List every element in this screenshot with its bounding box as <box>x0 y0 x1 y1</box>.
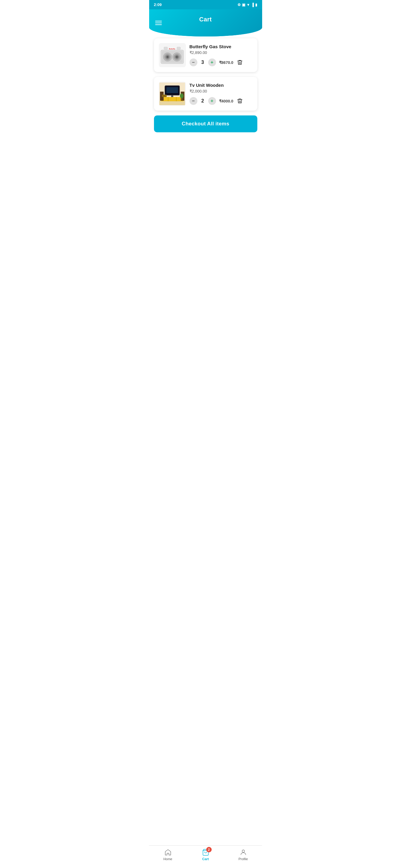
quantity-row-tv-unit: − 2 + ₹4000.0 <box>190 97 253 105</box>
item-total-gas-stove: ₹8670.0 <box>219 60 233 65</box>
signal-icon: ▐ <box>251 3 254 7</box>
svg-rect-14 <box>159 101 185 105</box>
qty-value-tv-unit: 2 <box>200 98 205 104</box>
home-icon <box>164 849 171 856</box>
nav-profile[interactable]: Profile <box>234 849 252 861</box>
delete-gas-stove[interactable] <box>236 59 244 66</box>
menu-bar-3 <box>155 24 162 25</box>
qty-value-gas-stove: 3 <box>200 60 205 65</box>
product-image-tv-unit <box>159 82 186 106</box>
cart-icon-wrap: 2 <box>202 849 209 856</box>
profile-icon <box>240 849 247 856</box>
cart-item-gas-stove: Butterfly Butterfly Gas Stove ₹2,890.00 … <box>154 38 257 72</box>
qty-decrease-tv-unit[interactable]: − <box>190 97 197 105</box>
product-name-gas-stove: Butterfly Gas Stove <box>190 44 253 49</box>
svg-point-9 <box>176 56 178 58</box>
svg-rect-17 <box>176 97 177 101</box>
product-name-tv-unit: Tv Unit Wooden <box>190 83 253 88</box>
svg-rect-10 <box>164 47 167 50</box>
checkout-button[interactable]: Checkout All items <box>154 116 257 132</box>
status-bar: 2:09 ⚙ ▣ ▼ ▐ ▮ <box>149 0 262 9</box>
svg-rect-16 <box>168 97 168 101</box>
page-title: Cart <box>199 16 212 23</box>
svg-point-25 <box>180 93 184 98</box>
quantity-row-gas-stove: − 3 + ₹8670.0 <box>190 59 253 66</box>
menu-bar-1 <box>155 21 162 22</box>
svg-point-27 <box>242 850 244 852</box>
battery-icon: ▮ <box>255 3 257 7</box>
status-icons: ⚙ ▣ ▼ ▐ ▮ <box>238 3 257 7</box>
delete-tv-unit[interactable] <box>236 97 244 104</box>
product-image-gas-stove: Butterfly <box>159 43 186 67</box>
profile-icon-wrap <box>240 849 247 856</box>
header: Cart <box>149 9 262 36</box>
sim-icon: ▣ <box>242 3 245 7</box>
item-total-tv-unit: ₹4000.0 <box>219 99 233 103</box>
svg-point-5 <box>167 56 168 58</box>
svg-rect-26 <box>181 98 182 100</box>
nav-home[interactable]: Home <box>159 849 177 861</box>
qty-increase-tv-unit[interactable]: + <box>208 97 216 105</box>
qty-increase-gas-stove[interactable]: + <box>208 59 216 66</box>
svg-text:Butterfly: Butterfly <box>169 48 176 50</box>
product-price-tv-unit: ₹2,000.00 <box>190 89 253 93</box>
qty-decrease-gas-stove[interactable]: − <box>190 59 197 66</box>
svg-rect-15 <box>161 97 184 101</box>
product-info-gas-stove: Butterfly Gas Stove ₹2,890.00 − 3 + ₹867… <box>190 44 253 66</box>
svg-rect-24 <box>162 95 167 97</box>
product-price-gas-stove: ₹2,890.00 <box>190 50 253 55</box>
nav-cart[interactable]: 2 Cart <box>196 849 215 861</box>
cart-item-tv-unit: Tv Unit Wooden ₹2,000.00 − 2 + ₹4000.0 <box>154 77 257 111</box>
svg-rect-23 <box>171 95 173 97</box>
menu-bar-2 <box>155 23 162 23</box>
svg-rect-11 <box>177 47 181 50</box>
nav-profile-label: Profile <box>238 857 248 861</box>
wifi-icon: ▼ <box>247 3 250 7</box>
tv-unit-svg <box>159 83 185 105</box>
nav-home-label: Home <box>163 857 172 861</box>
cart-badge: 2 <box>206 847 212 852</box>
bottom-nav: Home 2 Cart Profile <box>149 845 262 868</box>
settings-icon: ⚙ <box>238 3 241 7</box>
gas-stove-svg: Butterfly <box>159 44 185 67</box>
home-icon-wrap <box>164 849 171 856</box>
status-time: 2:09 <box>154 2 162 7</box>
nav-cart-label: Cart <box>202 857 209 861</box>
svg-rect-22 <box>166 87 178 93</box>
trash-icon <box>237 59 243 65</box>
main-content: Butterfly Butterfly Gas Stove ₹2,890.00 … <box>149 33 262 143</box>
menu-button[interactable] <box>155 21 162 25</box>
product-info-tv-unit: Tv Unit Wooden ₹2,000.00 − 2 + ₹4000.0 <box>190 83 253 105</box>
trash-icon <box>237 98 243 104</box>
